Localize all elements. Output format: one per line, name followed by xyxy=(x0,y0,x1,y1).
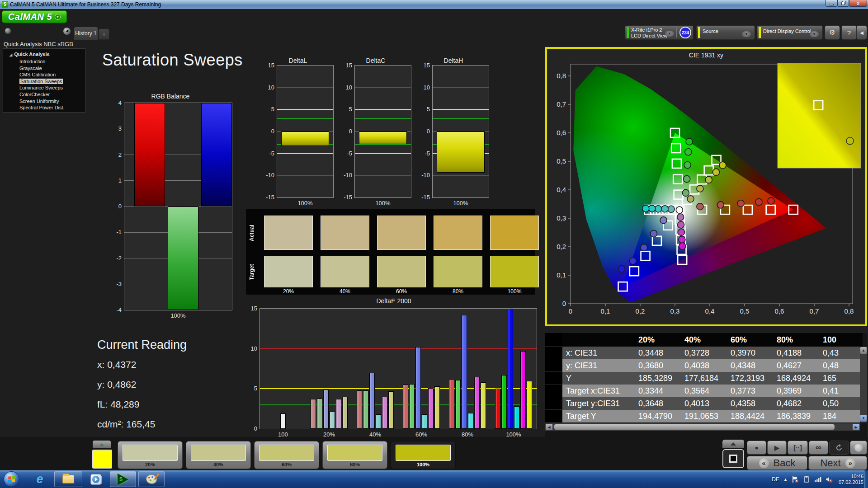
screen: 5 CalMAN 5 CalMAN Ultimate for Business … xyxy=(0,0,868,488)
cie-measured-point xyxy=(737,200,744,207)
limit-line xyxy=(277,109,333,110)
pattern-window-button[interactable] xyxy=(722,449,744,468)
sidebar-item-screen-uniformity[interactable]: Screen Uniformity xyxy=(3,98,85,105)
scroll-up-button[interactable]: ▲ xyxy=(860,347,867,354)
hardware-icon[interactable] xyxy=(803,476,810,483)
deltah-chart: DeltaH 151050-5-10-15 100% xyxy=(416,57,491,210)
meter-dropdown[interactable]: X-Rite i1Pro 2 LCD Direct View ▼ 234 xyxy=(625,25,693,40)
sidebar-item-saturation-sweeps[interactable]: Saturation Sweeps xyxy=(3,78,85,85)
current-pattern-swatch[interactable] xyxy=(92,450,112,469)
show-desktop-button[interactable] xyxy=(864,470,868,488)
y-tick-label: -10 xyxy=(416,172,430,178)
paint-taskbar-icon[interactable] xyxy=(138,471,165,487)
tree-root-quick-analysis[interactable]: ◢Quick Analysis xyxy=(3,51,85,58)
close-button[interactable]: x xyxy=(849,0,867,7)
y-tick-label: 10 xyxy=(416,84,430,91)
tab-history-1[interactable]: History 1 xyxy=(74,27,98,40)
pattern-level-80[interactable]: 80% xyxy=(322,441,387,469)
display-control-dropdown[interactable]: Direct Display Control ▼ xyxy=(757,25,823,40)
pattern-level-60[interactable]: 60% xyxy=(254,441,319,469)
tree-expand-icon: ◢ xyxy=(9,53,12,57)
stop-icon: ■ xyxy=(755,445,758,450)
minimize-button[interactable] xyxy=(826,0,837,7)
deltae-bar xyxy=(474,377,480,429)
calman-logo[interactable]: CalMAN 5 ▼ xyxy=(2,10,67,23)
source-dropdown[interactable]: Source ▼ xyxy=(696,25,755,40)
add-tab-button[interactable]: + xyxy=(99,28,109,40)
next-button[interactable]: Next » xyxy=(808,456,867,470)
x-axis-label: 100% xyxy=(124,312,232,319)
scroll-right-button[interactable]: ▶ xyxy=(853,424,859,430)
transport-collapse-button[interactable] xyxy=(722,440,744,448)
sidebar-item-introduction[interactable]: Introduction xyxy=(3,58,85,65)
settings-button[interactable]: ⚙ xyxy=(825,25,840,40)
clock[interactable]: 10:46 07.02.2015 xyxy=(839,474,863,485)
saturation-label: 100% xyxy=(490,288,539,295)
bracket-button[interactable]: [··] xyxy=(788,441,808,455)
start-button[interactable] xyxy=(4,471,19,487)
meter-count-badge[interactable]: 234 xyxy=(679,27,691,38)
network-icon[interactable] xyxy=(814,476,821,483)
horizontal-scroll-thumb[interactable] xyxy=(554,424,835,430)
table-value-cell: 0,4038 xyxy=(681,359,727,372)
deltae-bar xyxy=(520,351,526,429)
right-panel-collapse-button[interactable]: ◀ xyxy=(856,25,867,40)
calman-taskbar-icon[interactable]: 5 xyxy=(110,471,136,487)
sidebar-item-luminance-sweeps[interactable]: Luminance Sweeps xyxy=(3,84,85,91)
sidebar-item-colorchecker[interactable]: ColorChecker xyxy=(3,91,85,98)
blue-bar xyxy=(201,103,232,206)
cie-measured-point xyxy=(682,189,689,196)
limit-line xyxy=(355,118,411,119)
target-swatch xyxy=(264,256,313,287)
sidebar-item-label: Grayscale xyxy=(19,66,42,71)
action-center-icon[interactable] xyxy=(792,476,799,483)
pattern-level-100[interactable]: 100% xyxy=(391,441,456,469)
volume-muted-icon[interactable] xyxy=(826,476,833,483)
infinity-button[interactable]: ∞ xyxy=(809,441,828,455)
sidebar-collapse-button[interactable]: ◀ xyxy=(63,28,71,35)
sidebar-item-cms-calibration[interactable]: CMS Calibration xyxy=(3,71,85,78)
target-swatch xyxy=(490,256,539,287)
refresh-button[interactable] xyxy=(829,441,849,455)
record-button[interactable] xyxy=(850,441,867,455)
cie-measured-point xyxy=(641,244,647,251)
chart-title: RGB Balance xyxy=(108,93,233,100)
green-bar xyxy=(168,206,198,310)
table-value-cell: 168,4924 xyxy=(773,372,819,385)
pattern-level-20[interactable]: 20% xyxy=(118,441,183,469)
pattern-collapse-button[interactable] xyxy=(93,441,111,448)
back-button[interactable]: « Back xyxy=(747,456,807,470)
deltae-2000-plot: 15105010020%40%60%80%100% xyxy=(259,308,537,429)
language-indicator[interactable]: DE xyxy=(772,476,779,483)
stop-button[interactable]: ■ xyxy=(747,441,766,455)
windows-logo-icon xyxy=(8,476,15,483)
scroll-left-button[interactable]: ◀ xyxy=(546,424,552,430)
infinity-icon: ∞ xyxy=(816,443,821,452)
y-tick-label: 0 xyxy=(416,128,430,135)
limit-line xyxy=(433,87,489,88)
cie-measured-point xyxy=(642,205,649,212)
table-value-cell: 184 xyxy=(819,410,863,422)
restore-button[interactable] xyxy=(837,0,849,7)
media-player-icon[interactable] xyxy=(86,471,106,487)
vertical-scrollbar[interactable] xyxy=(860,347,867,422)
display-control-status-bar xyxy=(759,27,761,38)
app-icon: 5 xyxy=(2,1,8,8)
reading-y: y: 0,4862 xyxy=(97,379,136,390)
sidebar-item-spectral-power-dist-[interactable]: Spectral Power Dist. xyxy=(3,104,85,111)
y-tick-label: 0 xyxy=(261,128,274,135)
internet-explorer-icon[interactable]: e xyxy=(31,471,49,487)
deltae-bar xyxy=(357,390,362,429)
scroll-down-button[interactable]: ▼ xyxy=(860,415,867,422)
sidebar-item-grayscale[interactable]: Grayscale xyxy=(3,65,85,72)
nav-record-icon[interactable] xyxy=(5,28,11,34)
limit-line xyxy=(277,118,333,119)
deltal-plot: 151050-5-10-15 xyxy=(277,65,334,198)
table-value-cell: 186,3839 xyxy=(773,410,819,422)
help-button[interactable]: ? xyxy=(841,25,857,40)
tray-expand-icon[interactable]: ▲ xyxy=(783,477,788,482)
explorer-icon[interactable] xyxy=(54,471,82,487)
play-button[interactable]: ▶ xyxy=(767,441,787,455)
bracket-icon: [··] xyxy=(793,444,802,451)
pattern-level-40[interactable]: 40% xyxy=(186,441,251,469)
